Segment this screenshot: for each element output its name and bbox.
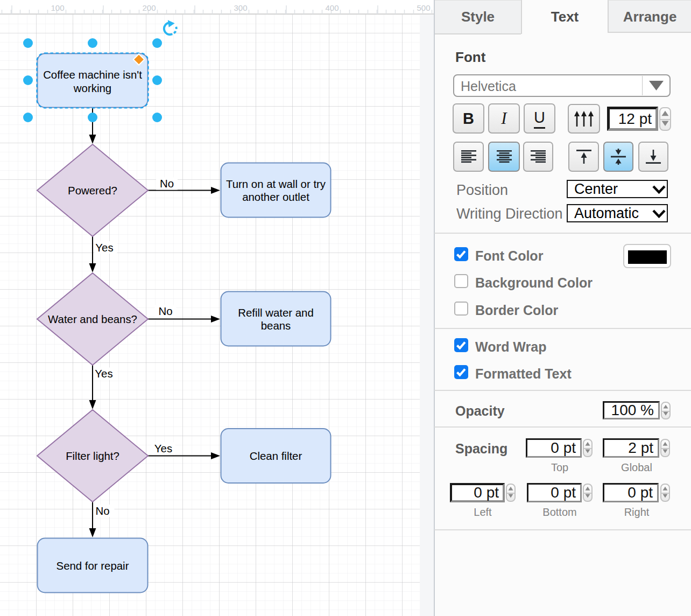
svg-text:No: No [160,178,174,190]
svg-text:No: No [95,505,109,517]
svg-text:beans: beans [261,320,291,332]
svg-text:Yes: Yes [95,368,112,380]
svg-text:working: working [73,82,111,94]
svg-text:Clean filter: Clean filter [250,450,302,462]
svg-text:No: No [158,305,172,317]
svg-text:Coffee machine isn't: Coffee machine isn't [43,69,142,81]
svg-text:Filter light?: Filter light? [66,450,119,462]
svg-text:Yes: Yes [154,443,172,454]
svg-text:another outlet: another outlet [242,191,309,203]
svg-text:Powered?: Powered? [68,185,117,197]
svg-text:Turn on at wall or try: Turn on at wall or try [226,178,326,190]
svg-text:Refill water and: Refill water and [238,307,314,319]
svg-text:Send for repair: Send for repair [57,560,129,572]
svg-text:Yes: Yes [95,242,113,254]
svg-text:Water and beans?: Water and beans? [48,313,137,325]
